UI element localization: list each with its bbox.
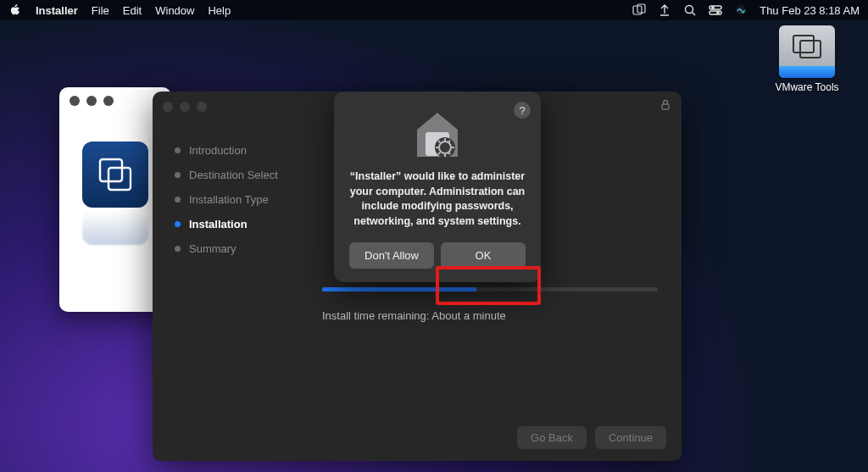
svg-rect-11 xyxy=(108,168,131,190)
network-icon[interactable] xyxy=(658,3,671,17)
spotlight-icon[interactable] xyxy=(683,3,697,17)
desktop-icon-label: VMware Tools xyxy=(773,81,841,93)
menubar-clock[interactable]: Thu Feb 23 8:18 AM xyxy=(760,4,860,17)
svg-rect-10 xyxy=(100,159,122,181)
menu-file[interactable]: File xyxy=(92,4,109,17)
admin-permission-dialog: ? “Installer” would like to administer y… xyxy=(334,92,541,282)
siri-icon[interactable] xyxy=(734,3,748,17)
step-installation-type: Installation Type xyxy=(175,193,305,206)
lock-icon xyxy=(659,99,671,114)
svg-rect-8 xyxy=(793,36,814,53)
dialog-message: “Installer” would like to administer you… xyxy=(349,169,526,229)
logo-reflection xyxy=(82,211,148,245)
svg-rect-12 xyxy=(662,104,669,109)
traffic-lights[interactable] xyxy=(163,102,207,112)
menu-help[interactable]: Help xyxy=(208,4,231,17)
menu-edit[interactable]: Edit xyxy=(123,4,142,17)
svg-point-2 xyxy=(686,6,693,14)
traffic-close[interactable] xyxy=(70,96,80,106)
continue-button[interactable]: Continue xyxy=(595,426,666,449)
installer-sidebar: Introduction Destination Select Installa… xyxy=(153,122,314,417)
apple-icon[interactable] xyxy=(8,3,22,17)
step-destination-select: Destination Select xyxy=(175,169,305,181)
traffic-zoom[interactable] xyxy=(197,102,207,112)
install-status-text: Install time remaining: About a minute xyxy=(322,309,506,322)
control-center-icon[interactable] xyxy=(709,3,722,17)
menubar: Installer File Edit Window Help Thu Feb … xyxy=(0,0,868,20)
disk-icon xyxy=(779,25,835,78)
menu-window[interactable]: Window xyxy=(155,4,194,17)
svg-point-6 xyxy=(717,12,719,14)
ok-button[interactable]: OK xyxy=(441,242,526,269)
desktop-icon-vmware-tools[interactable]: VMware Tools xyxy=(773,25,841,93)
vmware-logo xyxy=(82,142,148,208)
traffic-minimize[interactable] xyxy=(86,96,97,106)
install-progress-bar xyxy=(322,287,658,292)
traffic-minimize[interactable] xyxy=(180,102,190,112)
step-installation: Installation xyxy=(175,218,305,230)
svg-rect-9 xyxy=(800,41,821,58)
dont-allow-button[interactable]: Don't Allow xyxy=(349,242,434,269)
traffic-zoom[interactable] xyxy=(103,96,114,106)
svg-point-5 xyxy=(712,7,714,8)
help-icon[interactable]: ? xyxy=(514,102,531,119)
menubar-app-name[interactable]: Installer xyxy=(36,4,78,17)
step-introduction: Introduction xyxy=(175,144,305,157)
step-summary: Summary xyxy=(175,242,305,255)
stage-manager-icon[interactable] xyxy=(632,3,646,17)
go-back-button[interactable]: Go Back xyxy=(517,426,587,449)
installer-app-icon xyxy=(411,110,464,159)
traffic-close[interactable] xyxy=(163,102,173,112)
